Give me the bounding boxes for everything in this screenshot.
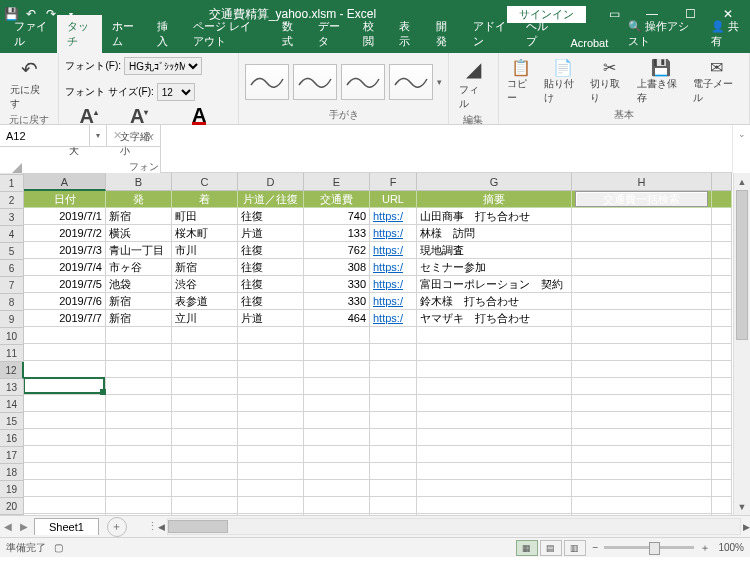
undo-button[interactable]: ↶元に戻す	[6, 55, 52, 113]
cell-note[interactable]: 鈴木様 打ち合わせ	[417, 293, 572, 310]
tell-me[interactable]: 🔍 操作アシスト	[618, 15, 700, 53]
cell-blank[interactable]	[712, 395, 732, 412]
cell-trip[interactable]: 往復	[238, 259, 304, 276]
cell-blank[interactable]	[712, 191, 732, 208]
ribbon-tab-アドイン[interactable]: アドイン	[463, 15, 516, 53]
add-sheet-button[interactable]: ＋	[107, 517, 127, 537]
cell-blank[interactable]	[172, 412, 238, 429]
cell-blank[interactable]	[238, 514, 304, 515]
cell-blank[interactable]	[572, 497, 712, 514]
sheet-tab[interactable]: Sheet1	[34, 518, 99, 535]
cell-trip[interactable]: 片道	[238, 225, 304, 242]
cell-blank[interactable]	[304, 480, 370, 497]
ink-preview-2[interactable]	[293, 64, 337, 100]
formula-bar[interactable]	[161, 125, 732, 173]
cell-blank[interactable]	[572, 395, 712, 412]
cell-to[interactable]: 渋谷	[172, 276, 238, 293]
cell-blank[interactable]	[370, 361, 417, 378]
cell-fare[interactable]: 740	[304, 208, 370, 225]
cell-to[interactable]: 立川	[172, 310, 238, 327]
cell-blank[interactable]	[572, 361, 712, 378]
cell-to[interactable]: 市川	[172, 242, 238, 259]
sheet-nav-prev[interactable]: ◀	[0, 521, 16, 532]
column-header-H[interactable]: H	[572, 173, 712, 191]
cell-blank[interactable]	[106, 361, 172, 378]
cell-blank[interactable]	[238, 344, 304, 361]
cell-blank[interactable]	[172, 446, 238, 463]
column-header-C[interactable]: C	[172, 173, 238, 191]
cell-blank[interactable]	[106, 395, 172, 412]
row-header-2[interactable]: 2	[0, 192, 24, 209]
cell-date[interactable]: 2019/7/6	[24, 293, 106, 310]
cell-blank[interactable]	[238, 395, 304, 412]
cell-fare[interactable]: 330	[304, 276, 370, 293]
cell-blank[interactable]	[238, 412, 304, 429]
page-break-view-button[interactable]: ▥	[564, 540, 586, 556]
cell-url[interactable]: https:/	[370, 242, 417, 259]
cell-blank[interactable]	[572, 310, 712, 327]
cell-note[interactable]: セミナー参加	[417, 259, 572, 276]
scroll-up-icon[interactable]: ▲	[734, 173, 750, 190]
cell-from[interactable]: 新宿	[106, 310, 172, 327]
cell-date[interactable]: 2019/7/7	[24, 310, 106, 327]
cell-blank[interactable]	[106, 378, 172, 395]
cell-blank[interactable]	[572, 242, 712, 259]
vertical-scrollbar[interactable]: ▲ ▼	[733, 173, 750, 515]
cell-url[interactable]: https:/	[370, 310, 417, 327]
row-header-5[interactable]: 5	[0, 243, 24, 260]
cell-blank[interactable]	[24, 480, 106, 497]
zoom-slider[interactable]	[604, 546, 694, 549]
column-header-D[interactable]: D	[238, 173, 304, 191]
cell-blank[interactable]	[106, 480, 172, 497]
cell-date[interactable]: 2019/7/5	[24, 276, 106, 293]
cell-blank[interactable]	[417, 480, 572, 497]
ink-preview-4[interactable]	[389, 64, 433, 100]
cell-blank[interactable]	[712, 208, 732, 225]
ink-preview-1[interactable]	[245, 64, 289, 100]
cell-blank[interactable]	[370, 429, 417, 446]
cell-blank[interactable]	[304, 412, 370, 429]
column-header-A[interactable]: A	[24, 173, 106, 191]
cell-blank[interactable]	[417, 463, 572, 480]
cell-blank[interactable]	[712, 225, 732, 242]
zoom-level[interactable]: 100%	[718, 542, 744, 553]
ribbon-tab-表示[interactable]: 表示	[389, 15, 426, 53]
cell-url[interactable]: https:/	[370, 208, 417, 225]
row-header-16[interactable]: 16	[0, 430, 24, 447]
ribbon-tab-挿入[interactable]: 挿入	[147, 15, 184, 53]
cell-blank[interactable]	[572, 429, 712, 446]
cell-note[interactable]: 富田コーポレーション 契約	[417, 276, 572, 293]
cell-blank[interactable]	[24, 463, 106, 480]
cell-note[interactable]: 現地調査	[417, 242, 572, 259]
cell-fare[interactable]: 464	[304, 310, 370, 327]
select-all-corner[interactable]	[0, 173, 24, 175]
horizontal-scrollbar[interactable]	[167, 518, 741, 535]
cell-trip[interactable]: 片道	[238, 310, 304, 327]
cell-blank[interactable]	[172, 378, 238, 395]
scroll-down-icon[interactable]: ▼	[734, 498, 750, 515]
cell-blank[interactable]	[712, 344, 732, 361]
ribbon-tab-Acrobat[interactable]: Acrobat	[560, 33, 618, 53]
formula-bar-expand[interactable]: ⌄	[732, 125, 750, 173]
ribbon-tab-タッチ[interactable]: タッチ	[57, 15, 102, 53]
cell-blank[interactable]	[712, 259, 732, 276]
column-header-B[interactable]: B	[106, 173, 172, 191]
cell-blank[interactable]	[172, 361, 238, 378]
cell-from[interactable]: 池袋	[106, 276, 172, 293]
search-button[interactable]: 交通費一括検索	[575, 191, 708, 207]
cell-url[interactable]: https:/	[370, 293, 417, 310]
row-header-17[interactable]: 17	[0, 447, 24, 464]
cell-blank[interactable]	[238, 497, 304, 514]
row-header-14[interactable]: 14	[0, 396, 24, 413]
ink-preview-3[interactable]	[341, 64, 385, 100]
cell-blank[interactable]	[238, 446, 304, 463]
zoom-in-button[interactable]: ＋	[700, 541, 710, 555]
fill-button[interactable]: ◢フィル	[455, 55, 492, 113]
cut-button[interactable]: ✂切り取り	[588, 56, 631, 107]
sheet-nav-next[interactable]: ▶	[16, 521, 32, 532]
cell-blank[interactable]	[572, 344, 712, 361]
row-header-19[interactable]: 19	[0, 481, 24, 498]
cell-blank[interactable]	[172, 395, 238, 412]
cell-blank[interactable]	[417, 327, 572, 344]
cell-blank[interactable]	[712, 429, 732, 446]
